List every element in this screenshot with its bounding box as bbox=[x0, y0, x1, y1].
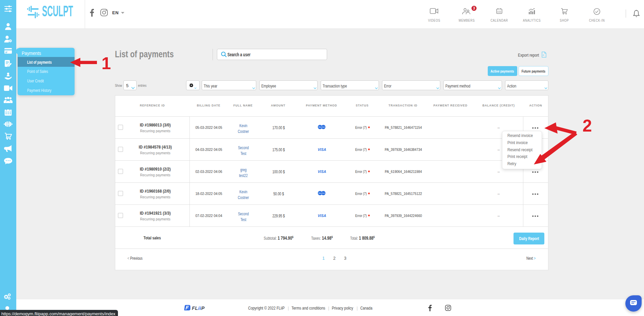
svg-text:P: P bbox=[543, 54, 544, 56]
svg-text:MasterCard: MasterCard bbox=[318, 126, 325, 128]
svg-text:MasterCard: MasterCard bbox=[318, 193, 325, 194]
